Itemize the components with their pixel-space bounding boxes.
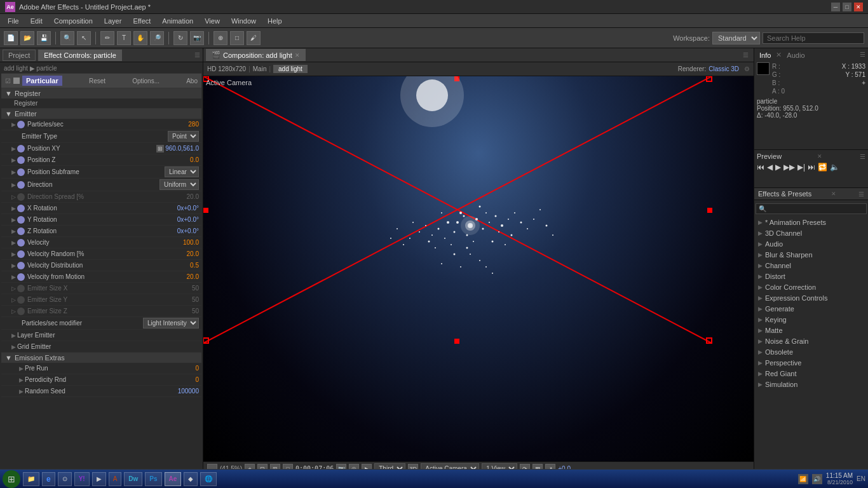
- prop-val-velrand[interactable]: 20.0: [187, 250, 199, 257]
- maximize-button[interactable]: □: [843, 3, 851, 11]
- tool-cam[interactable]: 📷: [190, 31, 204, 45]
- preview-play-audio[interactable]: ▶▶: [783, 163, 795, 172]
- comp-tab-add-light[interactable]: 🎬 Composition: add light ✕: [206, 49, 306, 61]
- taskbar-dreamweaver[interactable]: Dw: [124, 472, 142, 486]
- section-emission-extras[interactable]: ▼ Emission Extras: [1, 353, 201, 363]
- prop-timer-icon9[interactable]: [17, 227, 25, 235]
- prop-timer-icon7[interactable]: [17, 205, 25, 212]
- prop-val-posxy[interactable]: 960.0,561.0: [165, 145, 199, 152]
- preview-play[interactable]: ▶: [775, 163, 781, 172]
- cat-animation-presets[interactable]: ▶ * Animation Presets: [754, 217, 868, 228]
- prop-val-prerun[interactable]: 0: [195, 365, 199, 372]
- tool-new[interactable]: 📄: [4, 31, 18, 45]
- effects-close[interactable]: ✕: [831, 191, 836, 197]
- menu-window[interactable]: Window: [226, 16, 261, 26]
- comp-settings-icon[interactable]: ⚙: [744, 65, 750, 72]
- prop-timer-icon8[interactable]: [17, 216, 25, 224]
- cat-perspective[interactable]: ▶ Perspective: [754, 358, 868, 369]
- cat-generate[interactable]: ▶ Generate: [754, 304, 868, 315]
- cat-blur-sharpen[interactable]: ▶ Blur & Sharpen: [754, 250, 868, 261]
- cat-color-correction[interactable]: ▶ Color Correction: [754, 282, 868, 293]
- reset-button[interactable]: Reset: [89, 78, 105, 85]
- tab-effect-controls[interactable]: Effect Controls: particle: [38, 50, 122, 61]
- tool-pen[interactable]: ✏: [100, 31, 114, 45]
- comp-tab-close[interactable]: ✕: [295, 52, 300, 58]
- taskbar-photoshop[interactable]: Ps: [145, 472, 161, 486]
- prop-timer-icon3[interactable]: [17, 156, 25, 164]
- taskbar-winamp[interactable]: ▶: [92, 472, 106, 486]
- menu-layer[interactable]: Layer: [99, 16, 127, 26]
- preview-step-back[interactable]: ◀: [767, 163, 773, 172]
- menu-help[interactable]: Help: [262, 16, 287, 26]
- prop-timer-icon12[interactable]: [17, 262, 25, 269]
- tool-rot[interactable]: ↻: [173, 31, 187, 45]
- tool-paint[interactable]: 🖌: [247, 31, 261, 45]
- start-button[interactable]: ⊞: [3, 470, 20, 488]
- tool-save[interactable]: 💾: [37, 31, 51, 45]
- taskbar-yahoo[interactable]: Y!: [74, 472, 90, 486]
- comp-panel-menu[interactable]: ☰: [740, 51, 751, 58]
- tab-project[interactable]: Project: [3, 50, 36, 61]
- prop-timer-icon11[interactable]: [17, 250, 25, 258]
- prop-val-posz[interactable]: 0.0: [190, 156, 199, 163]
- menu-edit[interactable]: Edit: [25, 16, 48, 26]
- prop-val-vel[interactable]: 100.0: [183, 239, 199, 246]
- prop-emitter-type-select[interactable]: Point: [168, 131, 199, 142]
- about-button[interactable]: Abo: [186, 78, 198, 85]
- prop-val-perodicity[interactable]: 0: [195, 376, 199, 383]
- tab-audio[interactable]: Audio: [784, 51, 807, 60]
- prop-timer-icon5[interactable]: [17, 181, 25, 189]
- search-help-input[interactable]: [763, 32, 864, 44]
- prop-timer-icon[interactable]: [17, 121, 25, 128]
- preview-skip-fwd[interactable]: ⏭: [808, 163, 815, 172]
- menu-view[interactable]: View: [200, 16, 225, 26]
- effects-search-input[interactable]: [756, 203, 867, 214]
- menu-effect[interactable]: Effect: [128, 16, 156, 26]
- prop-subframe-select[interactable]: Linear: [165, 166, 199, 177]
- cat-simulation[interactable]: ▶ Simulation: [754, 379, 868, 390]
- close-button[interactable]: ✕: [854, 3, 863, 11]
- tray-network[interactable]: 📶: [798, 474, 808, 484]
- taskbar-explorer[interactable]: 📁: [23, 472, 39, 486]
- cat-matte[interactable]: ▶ Matte: [754, 325, 868, 336]
- prop-val-veldist[interactable]: 0.5: [190, 262, 199, 269]
- section-emitter[interactable]: ▼ Emitter: [1, 109, 201, 119]
- prop-timer-icon13[interactable]: [17, 273, 25, 281]
- menu-animation[interactable]: Animation: [157, 16, 198, 26]
- tool-zoom[interactable]: 🔎: [150, 31, 164, 45]
- prop-val-velmotion[interactable]: 20.0: [187, 273, 199, 280]
- prop-val-zrot[interactable]: 0x+0.0°: [177, 227, 199, 234]
- plugin-checkbox[interactable]: ☑: [5, 78, 11, 85]
- taskbar-app11[interactable]: 🌐: [200, 472, 217, 486]
- prop-timer-icon10[interactable]: [17, 239, 25, 247]
- info-menu[interactable]: ☰: [860, 51, 865, 60]
- workspace-select[interactable]: Standard: [712, 32, 760, 44]
- tool-mask[interactable]: □: [230, 31, 244, 45]
- cat-expression-controls[interactable]: ▶ Expression Controls: [754, 293, 868, 304]
- prop-psecmod-select[interactable]: Light Intensity: [143, 318, 199, 329]
- section-register[interactable]: ▼ Register: [1, 88, 201, 98]
- taskbar-ie[interactable]: e: [42, 472, 55, 486]
- taskbar-acdsee[interactable]: A: [109, 472, 122, 486]
- preview-mute[interactable]: 🔈: [830, 163, 839, 172]
- prop-val-particles[interactable]: 280: [188, 121, 199, 128]
- menu-file[interactable]: File: [3, 16, 24, 26]
- tool-hand[interactable]: ✋: [133, 31, 147, 45]
- tray-volume[interactable]: 🔊: [812, 474, 822, 484]
- cat-red-giant[interactable]: ▶ Red Giant: [754, 369, 868, 379]
- tool-anchor[interactable]: ⊕: [214, 31, 227, 45]
- prop-val-randomseed[interactable]: 100000: [178, 388, 199, 395]
- panel-menu[interactable]: ☰: [194, 51, 200, 58]
- cat-noise-grain[interactable]: ▶ Noise & Grain: [754, 336, 868, 347]
- preview-menu[interactable]: ☰: [860, 153, 865, 160]
- tool-search[interactable]: 🔍: [60, 31, 74, 45]
- preview-skip-back[interactable]: ⏮: [757, 163, 764, 172]
- cat-obsolete[interactable]: ▶ Obsolete: [754, 347, 868, 358]
- cat-audio[interactable]: ▶ Audio: [754, 239, 868, 250]
- tab-info[interactable]: Info: [757, 51, 773, 60]
- cat-channel[interactable]: ▶ Channel: [754, 261, 868, 271]
- taskbar-ae[interactable]: Ae: [165, 472, 182, 486]
- tool-select[interactable]: ↖: [77, 31, 91, 45]
- minimize-button[interactable]: ─: [831, 3, 840, 11]
- prop-timer-icon2[interactable]: [17, 145, 25, 152]
